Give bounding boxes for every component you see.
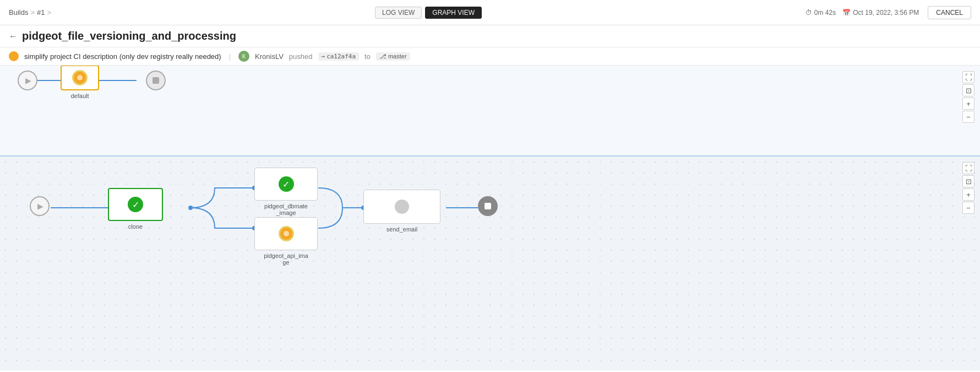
graph-view-button[interactable]: GRAPH VIEW [425,7,482,19]
header-left: Builds > #1 > [9,8,51,17]
fullscreen-button-top[interactable]: ⛶ [962,71,974,83]
username: KronisLV [255,52,284,61]
duration-value: 0m 42s [814,9,836,17]
fullscreen-button-bottom[interactable]: ⛶ [962,162,974,174]
main-content: ⛶ ⊡ + − ▶ default [0,66,980,370]
send-email-label: send_email [386,226,417,233]
api-running-icon [279,226,294,241]
top-default-node[interactable]: default [61,66,99,99]
stop-icon [153,77,159,84]
fit-button-bottom[interactable]: ⊡ [962,175,974,187]
back-arrow-icon[interactable]: ← [9,31,18,41]
dbmate-box: ✓ [254,168,318,201]
top-stop-node[interactable] [146,71,166,90]
branch-badge[interactable]: ⎇ master [376,52,410,61]
divider: | [229,52,231,61]
date-meta: 📅 Oct 19, 2022, 3:56 PM [842,9,919,17]
top-default-box [61,66,99,90]
top-pipeline-panel: ⛶ ⊡ + − ▶ default [0,66,980,157]
bottom-pipeline-panel: ⛶ ⊡ + − [0,157,980,370]
dbmate-success-icon: ✓ [279,176,294,192]
stop-icon-bottom [484,203,491,209]
commit-hash[interactable]: → ca12af4a [318,52,360,61]
send-email-box [363,190,440,224]
zoom-out-button-bottom[interactable]: − [962,202,974,214]
subtitle-bar: simplify project CI description (only de… [0,47,980,66]
breadcrumb: Builds > #1 > [9,8,51,17]
commit-hash-value: ca12af4a [326,53,356,60]
branch-icon: ⎇ [379,53,386,60]
bottom-stop-node[interactable] [478,196,498,216]
svg-point-7 [188,206,193,210]
clock-icon: ⏱ [805,9,812,17]
cancel-button[interactable]: CANCEL [928,6,971,19]
play-icon: ▶ [25,76,31,85]
bottom-play-circle: ▶ [30,196,50,216]
clone-success-icon: ✓ [128,197,143,212]
log-view-button[interactable]: LOG VIEW [375,7,422,19]
top-play-node[interactable]: ▶ [18,71,37,90]
clone-label: clone [128,223,143,230]
header: Builds > #1 > LOG VIEW GRAPH VIEW ⏱ 0m 4… [0,0,980,25]
clone-box: ✓ [108,188,163,221]
pushed-text: pushed [289,52,313,61]
bottom-play-node[interactable]: ▶ [30,196,50,216]
clone-node[interactable]: ✓ clone [108,188,163,230]
zoom-in-button-bottom[interactable]: + [962,188,974,201]
top-default-label: default [70,93,89,99]
zoom-out-button-top[interactable]: − [962,111,974,123]
running-icon [72,70,88,85]
calendar-icon: 📅 [842,9,851,17]
dbmate-label: pidgeot_dbmate_image [264,203,308,216]
branch-name: master [388,53,407,60]
send-email-node[interactable]: send_email [363,190,440,233]
commit-message: simplify project CI description (only de… [24,52,221,61]
api-box [254,217,318,250]
header-right: ⏱ 0m 42s 📅 Oct 19, 2022, 3:56 PM CANCEL [805,6,971,19]
play-icon-bottom: ▶ [37,202,43,211]
bottom-stop-circle [478,196,498,216]
title-bar: ← pidgeot_file_versioning_and_processing [0,25,980,47]
header-center: LOG VIEW GRAPH VIEW [375,7,482,19]
api-label: pidgeot_api_image [264,252,308,266]
header-meta: ⏱ 0m 42s 📅 Oct 19, 2022, 3:56 PM [805,9,919,17]
api-image-node[interactable]: pidgeot_api_image [254,217,318,266]
breadcrumb-number[interactable]: #1 [37,8,45,17]
breadcrumb-sep1: > [30,8,35,17]
avatar: K [238,51,249,62]
breadcrumb-sep2: > [47,8,51,17]
breadcrumb-builds[interactable]: Builds [9,8,28,17]
top-play-circle: ▶ [18,71,37,90]
send-email-pending-icon [395,200,409,214]
status-dot-running [9,51,19,61]
top-stop-circle [146,71,166,90]
date-value: Oct 19, 2022, 3:56 PM [853,9,919,17]
page-title: pidgeot_file_versioning_and_processing [22,30,236,42]
dbmate-node[interactable]: ✓ pidgeot_dbmate_image [254,168,318,216]
zoom-in-button-top[interactable]: + [962,98,974,110]
bottom-controls: ⛶ ⊡ + − [962,162,974,214]
to-text: to [364,52,371,61]
duration-meta: ⏱ 0m 42s [805,9,836,17]
top-controls: ⛶ ⊡ + − [962,71,974,123]
fit-button-top[interactable]: ⊡ [962,84,974,96]
commit-arrow-icon: → [322,53,325,60]
